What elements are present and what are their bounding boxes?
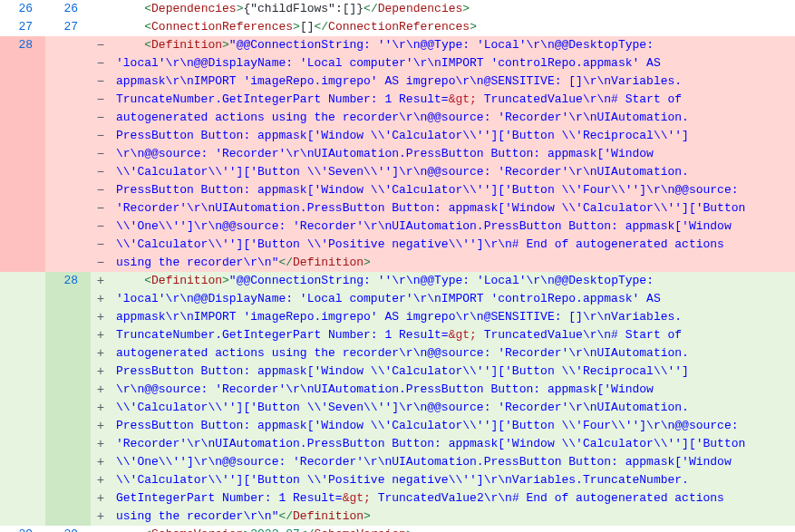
code-cell[interactable]: GetIntegerPart Number: 1 Result=&gt; Tru… [111,489,795,508]
old-line-number[interactable] [0,417,45,435]
diff-row[interactable]: 28− <Definition>"@@ConnectionString: ''\… [0,36,795,54]
new-line-number[interactable] [45,308,91,326]
code-cell[interactable]: \\'Calculator\\'']['Button \\'Positive n… [111,471,795,489]
diff-row[interactable]: −\r\n@@source: 'Recorder'\r\nUIAutomatio… [0,145,795,163]
new-line-number[interactable] [45,54,91,73]
old-line-number[interactable] [0,344,45,363]
old-line-number[interactable] [0,109,45,127]
code-cell[interactable]: <SchemaVersion>2022.07</SchemaVersion> [111,526,795,532]
old-line-number[interactable] [0,127,45,145]
diff-row[interactable]: 2727 <ConnectionReferences>[]</Connectio… [0,18,795,36]
old-line-number[interactable]: 27 [0,18,45,36]
new-line-number[interactable] [45,489,91,508]
old-line-number[interactable] [0,435,45,453]
new-line-number[interactable]: 28 [45,272,91,290]
new-line-number[interactable] [45,326,91,344]
new-line-number[interactable]: 29 [45,526,91,532]
diff-row[interactable]: −PressButton Button: appmask['Window \\'… [0,127,795,145]
new-line-number[interactable] [45,399,91,417]
diff-row[interactable]: +'local'\r\n@@DisplayName: 'Local comput… [0,290,795,308]
old-line-number[interactable]: 29 [0,526,45,532]
diff-row[interactable]: 2929 <SchemaVersion>2022.07</SchemaVersi… [0,526,795,532]
old-line-number[interactable] [0,272,45,290]
new-line-number[interactable] [45,91,91,109]
diff-row[interactable]: +autogenerated actions using the recorde… [0,344,795,363]
new-line-number[interactable] [45,381,91,399]
diff-row[interactable]: +PressButton Button: appmask['Window \\'… [0,417,795,435]
code-cell[interactable]: \r\n@@source: 'Recorder'\r\nUIAutomation… [111,145,795,163]
diff-row[interactable]: +\\'One\\'']\r\n@@source: 'Recorder'\r\n… [0,453,795,471]
old-line-number[interactable] [0,381,45,399]
code-cell[interactable]: using the recorder\r\n"</Definition> [111,254,795,272]
new-line-number[interactable] [45,218,91,236]
new-line-number[interactable] [45,417,91,435]
diff-row[interactable]: +\\'Calculator\\'']['Button \\'Positive … [0,471,795,489]
diff-row[interactable]: 28+ <Definition>"@@ConnectionString: ''\… [0,272,795,290]
code-cell[interactable]: TruncateNumber.GetIntegerPart Number: 1 … [111,326,795,344]
old-line-number[interactable] [0,199,45,218]
code-cell[interactable]: <Definition>"@@ConnectionString: ''\r\n@… [111,272,795,290]
old-line-number[interactable] [0,290,45,308]
old-line-number[interactable] [0,163,45,181]
new-line-number[interactable] [45,435,91,453]
code-cell[interactable]: PressButton Button: appmask['Window \\'C… [111,181,795,199]
new-line-number[interactable] [45,127,91,145]
new-line-number[interactable] [45,453,91,471]
new-line-number[interactable] [45,363,91,381]
code-cell[interactable]: autogenerated actions using the recorder… [111,109,795,127]
new-line-number[interactable] [45,145,91,163]
code-cell[interactable]: <Definition>"@@ConnectionString: ''\r\n@… [111,36,795,54]
diff-row[interactable]: 2626 <Dependencies>{"childFlows":[]}</De… [0,0,795,18]
diff-row[interactable]: +PressButton Button: appmask['Window \\'… [0,363,795,381]
new-line-number[interactable] [45,290,91,308]
old-line-number[interactable] [0,91,45,109]
code-cell[interactable]: appmask\r\nIMPORT 'imageRepo.imgrepo' AS… [111,308,795,326]
code-cell[interactable]: \\'Calculator\\'']['Button \\'Positive n… [111,236,795,254]
code-cell[interactable]: autogenerated actions using the recorder… [111,344,795,363]
old-line-number[interactable] [0,399,45,417]
old-line-number[interactable] [0,73,45,91]
code-cell[interactable]: PressButton Button: appmask['Window \\'C… [111,127,795,145]
code-cell[interactable]: using the recorder\r\n"</Definition> [111,508,795,526]
diff-row[interactable]: +TruncateNumber.GetIntegerPart Number: 1… [0,326,795,344]
code-cell[interactable]: <ConnectionReferences>[]</ConnectionRefe… [111,18,795,36]
new-line-number[interactable] [45,199,91,218]
old-line-number[interactable] [0,326,45,344]
code-cell[interactable]: 'Recorder'\r\nUIAutomation.PressButton B… [111,435,795,453]
new-line-number[interactable] [45,181,91,199]
diff-row[interactable]: +'Recorder'\r\nUIAutomation.PressButton … [0,435,795,453]
code-cell[interactable]: PressButton Button: appmask['Window \\'C… [111,417,795,435]
old-line-number[interactable] [0,181,45,199]
code-cell[interactable]: 'local'\r\n@@DisplayName: 'Local compute… [111,290,795,308]
code-cell[interactable]: 'local'\r\n@@DisplayName: 'Local compute… [111,54,795,73]
new-line-number[interactable] [45,109,91,127]
code-cell[interactable]: \r\n@@source: 'Recorder'\r\nUIAutomation… [111,381,795,399]
old-line-number[interactable]: 26 [0,0,45,18]
diff-row[interactable]: −appmask\r\nIMPORT 'imageRepo.imgrepo' A… [0,73,795,91]
new-line-number[interactable] [45,73,91,91]
old-line-number[interactable] [0,218,45,236]
old-line-number[interactable]: 28 [0,36,45,54]
code-cell[interactable]: \\'Calculator\\'']['Button \\'Seven\\'']… [111,399,795,417]
diff-row[interactable]: −'local'\r\n@@DisplayName: 'Local comput… [0,54,795,73]
diff-row[interactable]: +\\'Calculator\\'']['Button \\'Seven\\''… [0,399,795,417]
code-cell[interactable]: <Dependencies>{"childFlows":[]}</Depende… [111,0,795,18]
old-line-number[interactable] [0,471,45,489]
new-line-number[interactable]: 26 [45,0,91,18]
diff-row[interactable]: −\\'Calculator\\'']['Button \\'Positive … [0,236,795,254]
old-line-number[interactable] [0,236,45,254]
old-line-number[interactable] [0,145,45,163]
code-cell[interactable]: PressButton Button: appmask['Window \\'C… [111,363,795,381]
diff-row[interactable]: −\\'One\\'']\r\n@@source: 'Recorder'\r\n… [0,218,795,236]
diff-row[interactable]: −PressButton Button: appmask['Window \\'… [0,181,795,199]
new-line-number[interactable] [45,254,91,272]
code-cell[interactable]: TruncateNumber.GetIntegerPart Number: 1 … [111,91,795,109]
new-line-number[interactable] [45,163,91,181]
new-line-number[interactable]: 27 [45,18,91,36]
old-line-number[interactable] [0,308,45,326]
code-cell[interactable]: \\'Calculator\\'']['Button \\'Seven\\'']… [111,163,795,181]
new-line-number[interactable] [45,471,91,489]
code-cell[interactable]: appmask\r\nIMPORT 'imageRepo.imgrepo' AS… [111,73,795,91]
code-cell[interactable]: \\'One\\'']\r\n@@source: 'Recorder'\r\nU… [111,453,795,471]
diff-row[interactable]: +\r\n@@source: 'Recorder'\r\nUIAutomatio… [0,381,795,399]
